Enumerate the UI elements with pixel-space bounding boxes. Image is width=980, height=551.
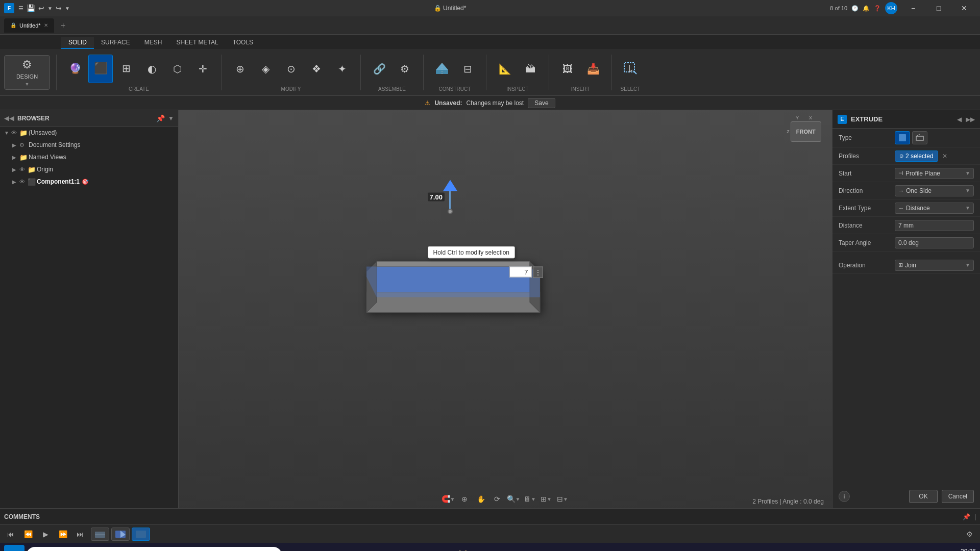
- modify-btn-4[interactable]: ❖: [304, 55, 329, 83]
- save-button[interactable]: Save: [528, 98, 555, 108]
- ribbon-tab-sheet-metal[interactable]: SHEET METAL: [169, 37, 225, 49]
- dimension-input[interactable]: [509, 267, 532, 278]
- vt-grid-btn[interactable]: ⊞▼: [540, 493, 553, 505]
- origin-eye-icon[interactable]: 👁: [19, 166, 28, 172]
- modify-btn-3[interactable]: ⊙: [279, 55, 303, 83]
- vt-more-btn[interactable]: ⊟▼: [556, 493, 569, 505]
- distance-input[interactable]: [895, 220, 974, 231]
- assemble-btn-2[interactable]: ⚙: [393, 55, 417, 83]
- modify-btn-5[interactable]: ✦: [330, 55, 354, 83]
- redo-dropdown[interactable]: ▼: [65, 6, 70, 11]
- taskbar-search-box[interactable]: 🔍: [27, 547, 282, 551]
- taskbar-app3[interactable]: C: [476, 545, 496, 551]
- tree-component[interactable]: ▶ 👁 ⬛ Component1:1 🎯: [0, 176, 178, 188]
- tray-show-hidden-icon[interactable]: ^: [854, 548, 867, 551]
- vt-zoom-btn[interactable]: 🔍▼: [507, 493, 520, 505]
- named-views-expand-icon[interactable]: ▶: [12, 155, 19, 160]
- operation-select[interactable]: ⊞ Join ▼: [895, 260, 974, 271]
- ribbon-tab-surface[interactable]: SURFACE: [94, 37, 137, 49]
- dimension-options-btn[interactable]: ⋮: [533, 266, 543, 278]
- panel-collapse-icon[interactable]: ◀: [957, 116, 962, 123]
- create-btn-6[interactable]: ✛: [190, 55, 215, 83]
- create-btn-5[interactable]: ⬡: [165, 55, 189, 83]
- construct-btn-2[interactable]: ⊟: [455, 55, 480, 83]
- root-expand-icon[interactable]: ▼: [4, 130, 11, 136]
- origin-expand-icon[interactable]: ▶: [12, 167, 19, 172]
- vt-orbit-btn[interactable]: ⟳: [491, 493, 504, 505]
- design-button[interactable]: ⚙ DESIGN ▼: [4, 55, 50, 90]
- start-button[interactable]: ⊞: [4, 545, 24, 551]
- create-btn-3[interactable]: ⊞: [114, 55, 138, 83]
- start-select[interactable]: ⊣ Profile Plane ▼: [895, 168, 974, 179]
- create-btn-1[interactable]: 🔮: [63, 55, 87, 83]
- vt-display-btn[interactable]: 🖥▼: [523, 493, 536, 505]
- undo-icon[interactable]: ↩: [38, 4, 44, 12]
- tree-named-views[interactable]: ▶ 📁 Named Views: [0, 151, 178, 163]
- root-eye-icon[interactable]: 👁: [11, 130, 19, 136]
- type-solid-btn[interactable]: [895, 131, 910, 144]
- navigation-cube[interactable]: YX Z FRONT: [781, 115, 827, 156]
- timeline-skip-end-btn[interactable]: ⏭: [74, 528, 87, 541]
- tray-volume-icon[interactable]: 🔊: [885, 548, 898, 551]
- info-button[interactable]: i: [839, 491, 850, 502]
- comments-expand-icon[interactable]: |: [974, 513, 976, 520]
- taskbar-chrome2[interactable]: ⊗: [429, 545, 449, 551]
- tab-close-icon[interactable]: ✕: [44, 22, 48, 28]
- timeline-skip-start-btn[interactable]: ⏮: [4, 528, 17, 541]
- profiles-select-btn[interactable]: ⊙ 2 selected: [895, 151, 938, 162]
- taskbar-task-view[interactable]: ⧉: [288, 545, 308, 551]
- tray-network-icon[interactable]: 📶: [900, 548, 913, 551]
- system-clock[interactable]: 20:26 15/09/2021: [945, 548, 976, 551]
- ribbon-tab-solid[interactable]: SOLID: [61, 37, 94, 49]
- profiles-clear-btn[interactable]: ✕: [940, 152, 949, 161]
- timeline-item-1[interactable]: [91, 528, 109, 541]
- cancel-button[interactable]: Cancel: [942, 490, 974, 503]
- modify-btn-2[interactable]: ◈: [253, 55, 278, 83]
- insert-btn-2[interactable]: 📥: [581, 55, 605, 83]
- viewport[interactable]: YX Z FRONT: [179, 110, 832, 508]
- new-tab-button[interactable]: +: [56, 18, 70, 33]
- component-target-icon[interactable]: 🎯: [82, 179, 89, 185]
- create-btn-4[interactable]: ◐: [139, 55, 164, 83]
- assemble-btn-1[interactable]: 🔗: [367, 55, 391, 83]
- extent-type-select[interactable]: ↔ Distance ▼: [895, 203, 974, 214]
- panel-expand-icon[interactable]: ▶▶: [966, 116, 975, 123]
- document-tab-active[interactable]: 🔒 Untitled* ✕: [4, 18, 54, 33]
- timeline-settings-btn[interactable]: ⚙: [963, 528, 976, 541]
- ribbon-tab-mesh[interactable]: MESH: [137, 37, 169, 49]
- taper-angle-input[interactable]: [895, 237, 974, 248]
- account-icon[interactable]: KH: [885, 2, 897, 14]
- tree-root[interactable]: ▼ 👁 📁 (Unsaved): [0, 127, 178, 139]
- vt-pan-btn[interactable]: ✋: [474, 493, 487, 505]
- ribbon-tab-tools[interactable]: TOOLS: [226, 37, 260, 49]
- timeline-play-btn[interactable]: ▶: [39, 528, 52, 541]
- inspect-btn-2[interactable]: 🏔: [518, 55, 543, 83]
- pin-icon[interactable]: 📌: [156, 114, 165, 122]
- tree-doc-settings[interactable]: ▶ ⚙ Document Settings: [0, 139, 178, 151]
- component-eye-icon[interactable]: 👁: [19, 179, 28, 185]
- maximize-button[interactable]: □: [927, 0, 950, 16]
- timeline-next-btn[interactable]: ⏩: [56, 528, 69, 541]
- component-expand-icon[interactable]: ▶: [12, 179, 19, 185]
- construct-btn-1[interactable]: [430, 55, 454, 83]
- taskbar-explorer[interactable]: 📁: [358, 545, 379, 551]
- notification-icon[interactable]: 🔔: [863, 5, 870, 12]
- browser-more-icon[interactable]: ▼: [168, 115, 174, 122]
- timeline-item-2[interactable]: [111, 528, 130, 541]
- taskbar-settings[interactable]: ⚙: [335, 545, 355, 551]
- taskbar-widgets[interactable]: ⊟: [311, 545, 332, 551]
- close-button[interactable]: ✕: [952, 0, 976, 16]
- undo-dropdown[interactable]: ▼: [47, 6, 53, 11]
- doc-expand-icon[interactable]: ▶: [12, 142, 19, 148]
- modify-btn-1[interactable]: ⊕: [228, 55, 252, 83]
- redo-icon[interactable]: ↪: [56, 4, 62, 12]
- save-icon[interactable]: 💾: [27, 4, 35, 12]
- insert-btn-1[interactable]: 🖼: [555, 55, 580, 83]
- vt-origin-btn[interactable]: ⊕: [458, 493, 471, 505]
- minimize-button[interactable]: −: [901, 0, 925, 16]
- help-icon[interactable]: ❓: [874, 5, 881, 12]
- comments-pin-icon[interactable]: 📌: [963, 513, 970, 520]
- taskbar-app2[interactable]: 🦊: [452, 545, 473, 551]
- create-btn-2[interactable]: ⬛: [88, 55, 113, 83]
- collapse-left-icon[interactable]: ◀◀: [4, 114, 14, 122]
